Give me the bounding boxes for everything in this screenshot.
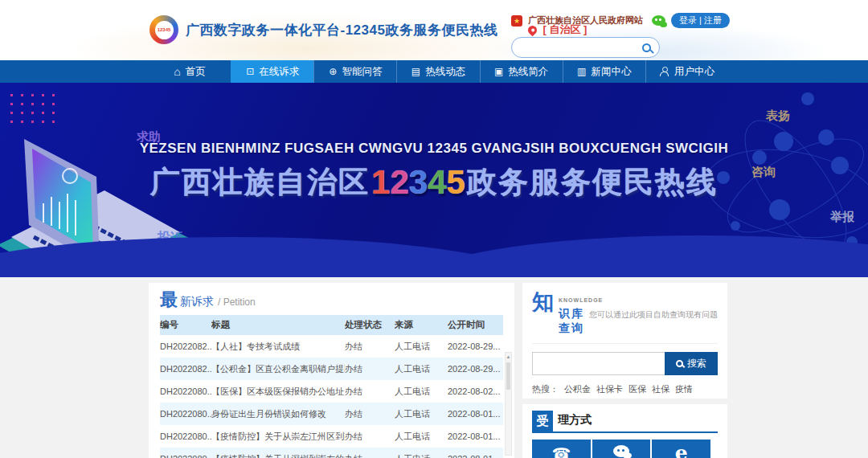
cell-title: 【人社】专技考试成绩	[211, 341, 345, 353]
search-icon[interactable]	[642, 43, 651, 52]
tile-icon	[675, 445, 688, 458]
hot-search-term[interactable]: 疫情	[675, 383, 693, 395]
nav-item[interactable]: 新闻中心	[563, 60, 645, 83]
hot-search-term[interactable]: 医保	[628, 383, 646, 395]
cell-title: 身份证出生月份错误如何修改	[211, 408, 345, 420]
search-button-label: 搜索	[687, 357, 706, 370]
table-column-header: 编号	[160, 319, 211, 331]
nav-item-icon	[246, 67, 254, 76]
hot-search-row: 热搜： 公积金社保卡医保社保疫情	[532, 383, 718, 395]
table-column-header: 标题	[211, 319, 345, 331]
title-digit: 3	[409, 166, 428, 199]
search-icon	[676, 360, 683, 367]
nav-item-icon	[329, 67, 337, 76]
cell-source: 人工电话	[395, 363, 448, 375]
acceptance-tile[interactable]: 12345网站	[652, 440, 710, 458]
cell-status: 办结	[345, 453, 395, 458]
hero-banner: 求助投诉表扬咨询举报求助 YEZSEN BIENHMINZ FUGSAEH CW…	[0, 83, 868, 277]
knowledge-search-box: 搜索	[532, 352, 718, 375]
title-digit: 5	[447, 166, 465, 199]
acceptance-tile[interactable]: 微信公众号	[592, 440, 651, 458]
title-digit: 1	[371, 166, 390, 199]
nav-item-label: 首页	[186, 65, 206, 79]
knowledge-search-input[interactable]	[532, 352, 665, 375]
petition-initial: 最	[160, 290, 178, 308]
scroll-up-icon[interactable]: ▲	[506, 353, 511, 361]
cell-date: 2022-08-29...	[448, 341, 503, 351]
title-digit: 4	[428, 166, 446, 199]
nav-item[interactable]: 在线诉求	[231, 60, 313, 83]
cell-source: 人工电话	[395, 408, 448, 420]
scrollbar-thumb[interactable]	[506, 362, 510, 390]
nav-item-label: 新闻中心	[591, 65, 631, 79]
petition-panel: 最 新诉求 / Petition 编号标题处理状态来源公开时间 DH202208…	[149, 283, 514, 458]
table-row[interactable]: DH2022080... 【医保】区本级医保报销办公地址 办结 人工电话 202…	[160, 380, 503, 403]
header-search-input[interactable]	[520, 42, 642, 53]
knowledge-eyebrow: KNOWLEDGE	[559, 297, 603, 303]
cell-title: 【疫情防控】关于从崇左江州区到南宁...	[211, 431, 345, 443]
table-row[interactable]: DH2022080... 【疫情防控】关于从崇左江州区到南宁... 办结 人工电…	[160, 425, 503, 448]
nav-item-icon	[174, 66, 180, 77]
nav-item-icon	[494, 67, 503, 76]
wave-base	[0, 272, 868, 277]
main-nav: 首页 在线诉求 智能问答 热线动态 热线简介 新闻中心 用户中心	[0, 60, 868, 83]
nav-item-icon	[660, 67, 669, 76]
knowledge-initial: 知	[532, 291, 554, 313]
cell-date: 2022-08-01...	[448, 431, 503, 441]
table-row[interactable]: DH2022080... 【疫情防控】关于从深圳到崇左的疫情... 办结 人工电…	[160, 448, 503, 458]
table-row[interactable]: DH2022082... 【人社】专技考试成绩 办结 人工电话 2022-08-…	[160, 335, 503, 358]
hot-search-term[interactable]: 社保卡	[596, 383, 623, 395]
gov-site-link[interactable]: 广西壮族自治区人民政府网站	[528, 14, 643, 27]
cell-date: 2022-08-01...	[448, 409, 503, 419]
site-title: 广西数字政务一体化平台-12345政务服务便民热线	[186, 21, 497, 39]
nav-item[interactable]: 智能问答	[313, 60, 396, 83]
nav-item-icon	[577, 67, 586, 76]
title-suffix: 政务服务便民热线	[467, 162, 718, 202]
knowledge-search-button[interactable]: 搜索	[665, 352, 718, 375]
table-scrollbar[interactable]: ▲	[505, 352, 512, 456]
logo-text: 12345	[155, 21, 174, 39]
content-area: 最 新诉求 / Petition 编号标题处理状态来源公开时间 DH202208…	[0, 277, 868, 458]
knowledge-panel: 知 KNOWLEDGE 识库查询 您可以通过此项目自助查询现有问题 搜索	[522, 283, 727, 399]
nav-item-label: 用户中心	[674, 65, 714, 79]
wechat-icon[interactable]	[652, 15, 665, 26]
cell-id: DH2022080...	[160, 431, 211, 441]
hot-search-term[interactable]: 公积金	[564, 383, 591, 395]
acceptance-initial: 受	[532, 411, 553, 431]
divider	[532, 343, 718, 344]
page: 12345 广西数字政务一体化平台-12345政务服务便民热线 [ 自治区 ] …	[0, 0, 868, 458]
cell-source: 人工电话	[395, 453, 448, 458]
cell-status: 办结	[345, 408, 395, 420]
nav-item[interactable]: 热线简介	[480, 60, 563, 83]
table-row[interactable]: DH2022082... 【公积金】区直公积金离职销户提取材... 办结 人工电…	[160, 358, 503, 380]
knowledge-title: 识库查询	[559, 307, 586, 336]
knowledge-header: 知 KNOWLEDGE 识库查询 您可以通过此项目自助查询现有问题	[532, 291, 718, 336]
nav-item-icon	[411, 67, 420, 76]
petition-table: 编号标题处理状态来源公开时间 DH2022082... 【人社】专技考试成绩 办…	[160, 315, 503, 458]
tile-icon	[613, 445, 629, 457]
cell-status: 办结	[345, 341, 395, 353]
nav-item-label: 智能问答	[342, 65, 382, 79]
header-search-box[interactable]	[511, 37, 660, 58]
cell-date: 2022-08-02...	[448, 386, 503, 396]
cell-title: 【医保】区本级医保报销办公地址	[211, 386, 345, 398]
acceptance-tile[interactable]: 热线	[532, 440, 591, 458]
cell-date: 2022-08-01...	[448, 454, 503, 458]
floating-word: 表扬	[766, 108, 790, 124]
acceptance-header: 受 理方式	[532, 411, 718, 433]
login-register-button[interactable]: 登录 | 注册	[671, 13, 730, 28]
acceptance-panel: 受 理方式 热线 微信公众号 12345网站	[522, 404, 727, 458]
hot-search-term[interactable]: 社保	[652, 383, 669, 395]
table-column-header: 来源	[395, 319, 448, 331]
petition-subtitle: / Petition	[218, 296, 256, 308]
nav-item[interactable]: 热线动态	[396, 60, 479, 83]
nav-item[interactable]: 首页	[149, 60, 231, 83]
cell-source: 人工电话	[395, 386, 448, 398]
nav-item[interactable]: 用户中心	[645, 60, 728, 83]
site-logo-icon: 12345	[149, 15, 178, 44]
header: 12345 广西数字政务一体化平台-12345政务服务便民热线 [ 自治区 ] …	[0, 0, 868, 60]
table-row[interactable]: DH2022080... 身份证出生月份错误如何修改 办结 人工电话 2022-…	[160, 403, 503, 425]
title-digit: 2	[390, 166, 408, 199]
cell-title: 【疫情防控】关于从深圳到崇左的疫情...	[211, 453, 345, 458]
cell-id: DH2022080...	[160, 386, 211, 396]
